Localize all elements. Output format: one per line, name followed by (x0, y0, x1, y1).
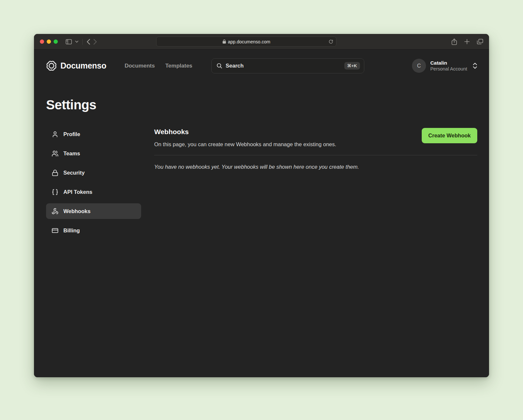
search-bar[interactable]: ⌘+K (211, 58, 364, 73)
back-button[interactable] (87, 39, 90, 45)
titlebar-right-actions (451, 39, 483, 45)
main-nav: Documents Templates (124, 63, 192, 69)
chevron-down-icon[interactable] (75, 40, 78, 43)
search-icon (216, 63, 222, 69)
chevrons-up-down-icon (473, 63, 477, 69)
brand[interactable]: Documenso (46, 60, 106, 71)
account-text: Catalin Personal Account (430, 60, 467, 72)
brand-name: Documenso (60, 61, 106, 70)
section-divider (154, 155, 477, 155)
sidebar-item-webhooks[interactable]: Webhooks (46, 203, 141, 219)
url-text: app.documenso.com (228, 39, 270, 44)
page-title: Settings (46, 98, 477, 112)
documenso-logo-icon (46, 60, 57, 71)
lock-icon (222, 39, 226, 44)
app-root: Documenso Documents Templates ⌘+K C Cata… (34, 50, 489, 377)
settings-sidebar: Profile Teams Security (46, 126, 141, 238)
webhooks-empty-state: You have no webhooks yet. Your webhooks … (154, 164, 477, 170)
create-webhook-button[interactable]: Create Webhook (422, 128, 477, 143)
address-bar[interactable]: app.documenso.com (156, 37, 336, 47)
app-header: Documenso Documents Templates ⌘+K C Cata… (46, 50, 477, 82)
minimize-window-button[interactable] (47, 39, 51, 44)
titlebar-divider (82, 39, 83, 45)
sidebar-item-label: Billing (63, 227, 80, 234)
settings-body: Profile Teams Security (46, 126, 477, 238)
webhooks-title: Webhooks (154, 128, 336, 136)
search-input[interactable] (226, 63, 341, 69)
window-controls (40, 39, 58, 44)
sidebar-item-label: Webhooks (63, 208, 90, 214)
lock-icon (52, 169, 58, 176)
webhook-icon (52, 208, 58, 215)
reload-icon[interactable] (329, 39, 333, 44)
webhooks-header: Webhooks On this page, you can create ne… (154, 128, 477, 148)
account-type: Personal Account (430, 66, 467, 72)
new-tab-icon[interactable] (464, 39, 470, 44)
tab-overview-icon[interactable] (477, 39, 483, 44)
users-icon (52, 150, 58, 157)
search-shortcut-badge: ⌘+K (344, 62, 360, 70)
nav-templates[interactable]: Templates (165, 63, 192, 69)
sidebar-item-label: Profile (63, 131, 80, 137)
sidebar-item-api-tokens[interactable]: API Tokens (46, 184, 141, 200)
account-menu[interactable]: C Catalin Personal Account (412, 59, 477, 73)
account-name: Catalin (430, 60, 467, 66)
browser-titlebar: app.documenso.com (34, 34, 489, 50)
sidebar-toggle-icon[interactable] (66, 39, 72, 44)
user-icon (52, 131, 58, 138)
sidebar-item-teams[interactable]: Teams (46, 146, 141, 161)
sidebar-item-profile[interactable]: Profile (46, 126, 141, 142)
nav-documents[interactable]: Documents (124, 63, 155, 69)
forward-button[interactable] (93, 39, 97, 45)
browser-window: app.documenso.com (34, 34, 489, 377)
share-icon[interactable] (451, 39, 457, 45)
braces-icon (52, 189, 58, 195)
webhooks-description: On this page, you can create new Webhook… (154, 141, 336, 148)
avatar: C (412, 59, 426, 73)
sidebar-item-label: API Tokens (63, 189, 92, 195)
webhooks-header-text: Webhooks On this page, you can create ne… (154, 128, 336, 148)
close-window-button[interactable] (40, 39, 44, 44)
credit-card-icon (52, 227, 58, 234)
webhooks-panel: Webhooks On this page, you can create ne… (154, 126, 477, 238)
sidebar-item-billing[interactable]: Billing (46, 223, 141, 238)
sidebar-item-security[interactable]: Security (46, 165, 141, 180)
sidebar-item-label: Security (63, 170, 85, 176)
sidebar-item-label: Teams (63, 150, 80, 157)
zoom-window-button[interactable] (54, 39, 58, 44)
